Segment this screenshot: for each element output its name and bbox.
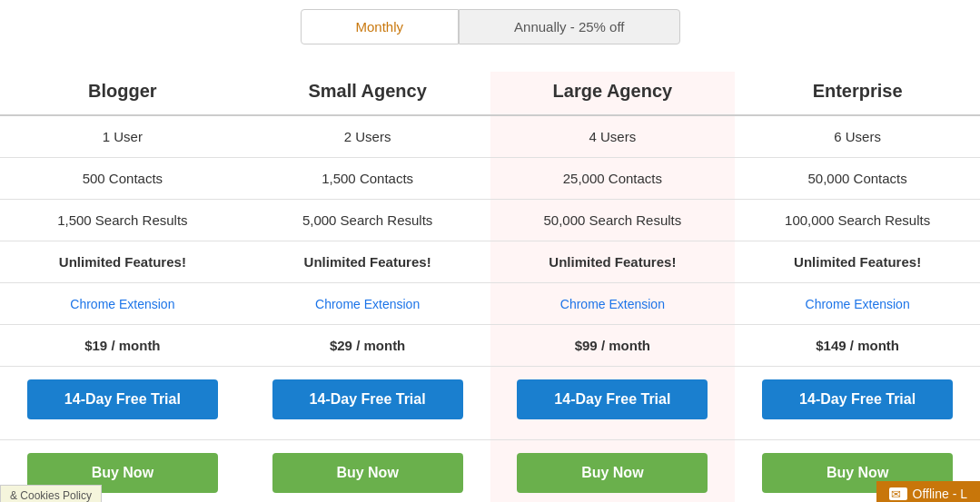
buy-cell-small-agency: Buy Now: [245, 440, 490, 503]
monthly-toggle-btn[interactable]: Monthly: [301, 9, 460, 44]
trial-cell-enterprise: 14-Day Free Trial: [735, 367, 980, 440]
billing-toggle: Monthly Annually - 25% off: [0, 0, 980, 72]
unlimited-large-agency: Unlimited Features!: [490, 241, 736, 283]
buy-btn-small-agency[interactable]: Buy Now: [272, 453, 463, 493]
trial-cell-small-agency: 14-Day Free Trial: [245, 367, 490, 440]
chrome-ext-link-large-agency[interactable]: Chrome Extension: [560, 297, 665, 311]
plan-name-enterprise: Enterprise: [735, 72, 980, 115]
offline-bar[interactable]: Offline - L: [876, 481, 980, 502]
chrome-ext-link-blogger[interactable]: Chrome Extension: [70, 297, 174, 311]
price-large-agency: $99 / month: [490, 325, 736, 367]
price-small-agency: $29 / month: [245, 325, 490, 367]
users-large-agency: 4 Users: [490, 115, 736, 158]
search-results-enterprise: 100,000 Search Results: [735, 200, 980, 241]
chrome-ext-small-agency[interactable]: Chrome Extension: [245, 283, 490, 325]
plan-name-row: Blogger Small Agency Large Agency Enterp…: [0, 72, 980, 115]
chrome-ext-link-enterprise[interactable]: Chrome Extension: [806, 297, 910, 311]
buy-cell-large-agency: Buy Now: [490, 440, 736, 503]
trial-btn-blogger[interactable]: 14-Day Free Trial: [27, 379, 218, 419]
trial-btn-enterprise[interactable]: 14-Day Free Trial: [762, 379, 953, 419]
search-results-row: 1,500 Search Results 5,000 Search Result…: [0, 200, 980, 241]
contacts-blogger: 500 Contacts: [0, 158, 245, 200]
search-results-small-agency: 5,000 Search Results: [245, 200, 490, 241]
chrome-ext-large-agency[interactable]: Chrome Extension: [490, 283, 736, 325]
chrome-ext-enterprise[interactable]: Chrome Extension: [735, 283, 980, 325]
chrome-extension-row: Chrome Extension Chrome Extension Chrome…: [0, 283, 980, 325]
plan-name-large-agency: Large Agency: [490, 72, 736, 115]
annually-toggle-btn[interactable]: Annually - 25% off: [459, 9, 679, 44]
cookie-bar[interactable]: & Cookies Policy: [0, 485, 102, 502]
chrome-ext-link-small-agency[interactable]: Chrome Extension: [315, 297, 420, 311]
offline-email-icon: [889, 487, 907, 500]
search-results-large-agency: 50,000 Search Results: [490, 200, 736, 241]
trial-cell-large-agency: 14-Day Free Trial: [490, 367, 736, 440]
contacts-small-agency: 1,500 Contacts: [245, 158, 490, 200]
contacts-enterprise: 50,000 Contacts: [735, 158, 980, 200]
users-small-agency: 2 Users: [245, 115, 490, 158]
cookie-bar-text: & Cookies Policy: [10, 489, 92, 502]
buy-row: Buy Now Buy Now Buy Now Buy Now: [0, 440, 980, 503]
pricing-table: Blogger Small Agency Large Agency Enterp…: [0, 72, 980, 502]
users-row: 1 User 2 Users 4 Users 6 Users: [0, 115, 980, 158]
users-blogger: 1 User: [0, 115, 245, 158]
price-enterprise: $149 / month: [735, 325, 980, 367]
price-blogger: $19 / month: [0, 325, 245, 367]
contacts-large-agency: 25,000 Contacts: [490, 158, 736, 200]
buy-btn-large-agency[interactable]: Buy Now: [517, 453, 708, 493]
trial-btn-small-agency[interactable]: 14-Day Free Trial: [272, 379, 463, 419]
unlimited-row: Unlimited Features! Unlimited Features! …: [0, 241, 980, 283]
unlimited-blogger: Unlimited Features!: [0, 241, 245, 283]
unlimited-enterprise: Unlimited Features!: [735, 241, 980, 283]
plan-name-small-agency: Small Agency: [245, 72, 490, 115]
trial-cell-blogger: 14-Day Free Trial: [0, 367, 245, 440]
contacts-row: 500 Contacts 1,500 Contacts 25,000 Conta…: [0, 158, 980, 200]
chrome-ext-blogger[interactable]: Chrome Extension: [0, 283, 245, 325]
users-enterprise: 6 Users: [735, 115, 980, 158]
plan-name-blogger: Blogger: [0, 72, 245, 115]
search-results-blogger: 1,500 Search Results: [0, 200, 245, 241]
price-row: $19 / month $29 / month $99 / month $149…: [0, 325, 980, 367]
unlimited-small-agency: Unlimited Features!: [245, 241, 490, 283]
offline-bar-text: Offline - L: [913, 487, 967, 501]
trial-btn-large-agency[interactable]: 14-Day Free Trial: [517, 379, 708, 419]
trial-row: 14-Day Free Trial 14-Day Free Trial 14-D…: [0, 367, 980, 440]
